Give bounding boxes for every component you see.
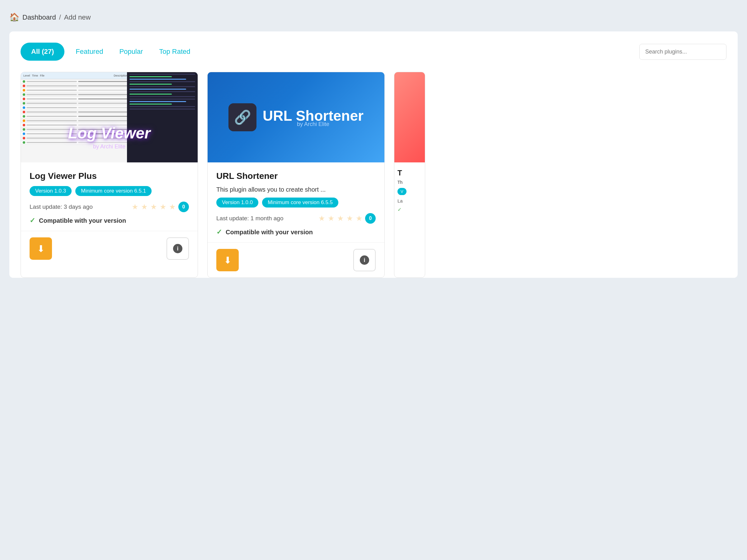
card-body-log-viewer: Log Viewer Plus Version 1.0.3 Minimum co… (21, 162, 198, 231)
star-u5: ★ (356, 214, 363, 223)
badge-min-core-url-shortener: Minimum core version 6.5.5 (262, 197, 338, 208)
star-3: ★ (150, 203, 157, 211)
url-icon-box: 🔗 (229, 103, 256, 131)
card-image-partial (394, 72, 425, 162)
tab-top-rated[interactable]: Top Rated (154, 45, 195, 59)
meta-row-url-shortener: Last update: 1 month ago ★ ★ ★ ★ ★ 0 (216, 213, 376, 224)
partial-card-body: T Th V La ✓ (394, 162, 425, 219)
plugins-grid: LevelTimeFileDescription (21, 72, 726, 278)
info-icon: i (173, 244, 182, 253)
log-viewer-overlay-text: Log Viewer (68, 124, 151, 142)
star-u2: ★ (328, 214, 335, 223)
plugin-description-url-shortener: This plugin allows you to create short .… (216, 186, 376, 193)
compatible-row-url-shortener: ✓ Compatible with your version (216, 228, 376, 236)
log-viewer-title-overlay: Log Viewer by Archi Elite (68, 124, 151, 150)
card-footer-url-shortener: ⬇ i (208, 242, 384, 277)
download-button-log-viewer[interactable]: ⬇ (30, 237, 52, 260)
partial-plugin-name: T (397, 169, 422, 177)
partial-description: Th (397, 180, 422, 185)
download-button-url-shortener[interactable]: ⬇ (216, 249, 239, 271)
tab-popular[interactable]: Popular (114, 45, 148, 59)
plugin-name-url-shortener: URL Shortener (216, 171, 376, 181)
info-button-url-shortener[interactable]: i (353, 249, 376, 271)
badges-row-url-shortener: Version 1.0.0 Minimum core version 6.5.5 (216, 197, 376, 208)
partial-badges: V (397, 188, 422, 195)
plugin-card-partial: T Th V La ✓ (394, 72, 425, 278)
rating-count-url-shortener: 0 (365, 213, 376, 224)
info-button-log-viewer[interactable]: i (166, 237, 189, 260)
last-update-url-shortener: Last update: 1 month ago (216, 215, 284, 222)
breadcrumb-current: Add new (64, 14, 91, 22)
rating-count-log-viewer: 0 (178, 202, 189, 212)
compatible-label-url-shortener: Compatible with your version (226, 229, 313, 236)
info-icon-2: i (360, 256, 369, 265)
card-image-url-shortener: 🔗 URL Shortener by Archi Elite (208, 72, 384, 162)
link-icon: 🔗 (234, 109, 251, 125)
breadcrumb: 🏠 Dashboard / Add new (9, 12, 738, 22)
check-icon-url-shortener: ✓ (216, 228, 222, 236)
plugin-card-url-shortener: 🔗 URL Shortener by Archi Elite URL Short… (207, 72, 385, 278)
star-4: ★ (160, 203, 166, 211)
star-u1: ★ (318, 214, 325, 223)
badge-version-log-viewer: Version 1.0.3 (30, 186, 72, 196)
download-icon-2: ⬇ (224, 255, 232, 266)
breadcrumb-home[interactable]: Dashboard (22, 14, 56, 22)
partial-check-icon: ✓ (397, 207, 402, 212)
plugin-card-log-viewer: LevelTimeFileDescription (21, 72, 198, 278)
badge-min-core-log-viewer: Minimum core version 6.5.1 (75, 186, 152, 196)
partial-compatible: ✓ (397, 207, 422, 212)
badges-row-log-viewer: Version 1.0.3 Minimum core version 6.5.1 (30, 186, 189, 196)
card-body-url-shortener: URL Shortener This plugin allows you to … (208, 162, 384, 242)
tab-all[interactable]: All (27) (21, 43, 65, 61)
home-icon: 🏠 (9, 12, 19, 22)
badge-version-url-shortener: Version 1.0.0 (216, 197, 258, 208)
search-input[interactable] (639, 44, 726, 60)
tab-featured[interactable]: Featured (71, 45, 108, 59)
star-u4: ★ (346, 214, 353, 223)
last-update-log-viewer: Last update: 3 days ago (30, 204, 93, 210)
star-u3: ★ (337, 214, 344, 223)
compatible-label-log-viewer: Compatible with your version (39, 217, 126, 224)
breadcrumb-separator: / (59, 14, 61, 22)
star-5: ★ (169, 203, 176, 211)
stars-row-log-viewer: ★ ★ ★ ★ ★ 0 (132, 202, 189, 212)
card-footer-log-viewer: ⬇ i (21, 231, 198, 266)
star-1: ★ (132, 203, 138, 211)
compatible-row-log-viewer: ✓ Compatible with your version (30, 216, 189, 224)
plugin-name-log-viewer: Log Viewer Plus (30, 171, 189, 181)
card-image-log-viewer: LevelTimeFileDescription (21, 72, 198, 162)
stars-row-url-shortener: ★ ★ ★ ★ ★ 0 (318, 213, 376, 224)
tabs-row: All (27) Featured Popular Top Rated (21, 43, 726, 61)
partial-badge: V (397, 188, 407, 195)
meta-row-log-viewer: Last update: 3 days ago ★ ★ ★ ★ ★ 0 (30, 202, 189, 212)
partial-last-update: La (397, 198, 422, 204)
download-icon: ⬇ (37, 243, 45, 254)
log-viewer-overlay-by: by Archi Elite (68, 143, 151, 150)
check-icon-log-viewer: ✓ (30, 216, 35, 224)
main-container: All (27) Featured Popular Top Rated Leve… (9, 31, 738, 278)
star-2: ★ (141, 203, 148, 211)
